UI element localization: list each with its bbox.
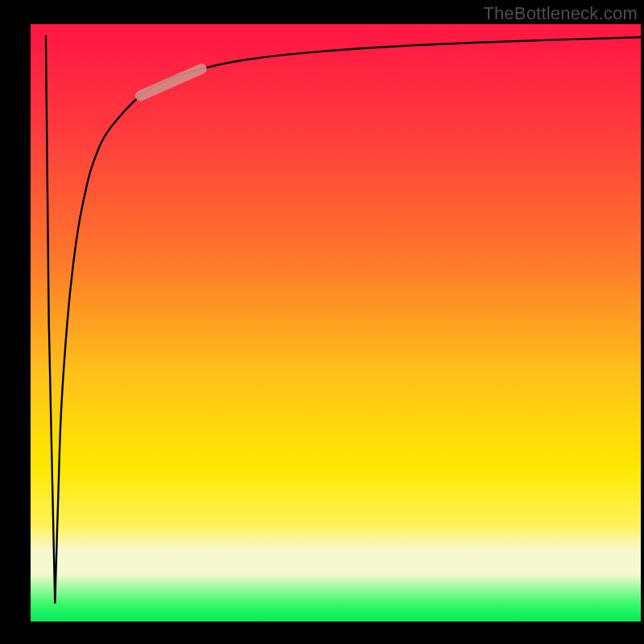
chart-stage: TheBottleneck.com: [0, 0, 644, 644]
highlight-segment: [140, 69, 201, 96]
y-axis: [0, 0, 31, 644]
x-axis: [0, 621, 644, 644]
watermark-label: TheBottleneck.com: [483, 3, 638, 24]
bottleneck-curve: [46, 36, 641, 604]
curve-svg: [31, 24, 641, 621]
